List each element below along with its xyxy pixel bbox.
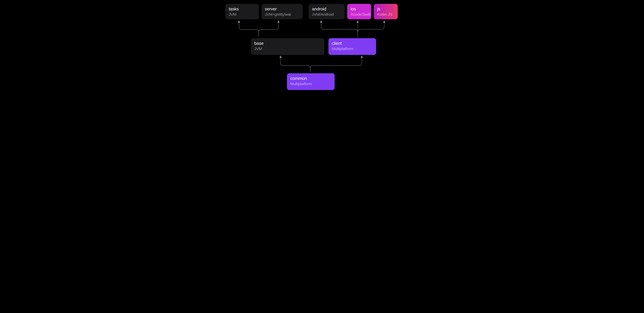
node-common: common Multiplatform <box>287 73 334 90</box>
node-js-subtitle: Kotlin-JS <box>377 12 394 17</box>
node-android-subtitle: JVM/Android <box>312 12 341 17</box>
node-android: android JVM/Android <box>308 4 345 19</box>
node-tasks-subtitle: JVM <box>229 12 256 17</box>
diagram-stage: tasks JVM server JVM+gretty/war android … <box>222 0 422 94</box>
node-ios-subtitle: Xcode/Swift <box>350 12 368 17</box>
node-tasks-title: tasks <box>229 6 256 11</box>
node-js: js Kotlin-JS <box>374 4 398 19</box>
node-base: base JVM <box>251 38 324 55</box>
node-client-subtitle: Multiplatform <box>332 46 373 51</box>
node-tasks: tasks JVM <box>226 4 259 19</box>
node-client-title: client <box>332 41 373 46</box>
node-common-subtitle: Multiplatform <box>290 81 331 86</box>
node-server-subtitle: JVM+gretty/war <box>265 12 299 17</box>
node-android-title: android <box>312 6 341 11</box>
node-ios-title: ios <box>350 6 368 11</box>
node-server: server JVM+gretty/war <box>262 4 303 19</box>
node-base-title: base <box>254 41 321 46</box>
node-ios: ios Xcode/Swift <box>347 4 371 19</box>
node-server-title: server <box>265 6 299 11</box>
node-js-title: js <box>377 6 394 11</box>
node-common-title: common <box>290 76 331 81</box>
node-client: client Multiplatform <box>328 38 376 55</box>
node-base-subtitle: JVM <box>254 46 321 51</box>
